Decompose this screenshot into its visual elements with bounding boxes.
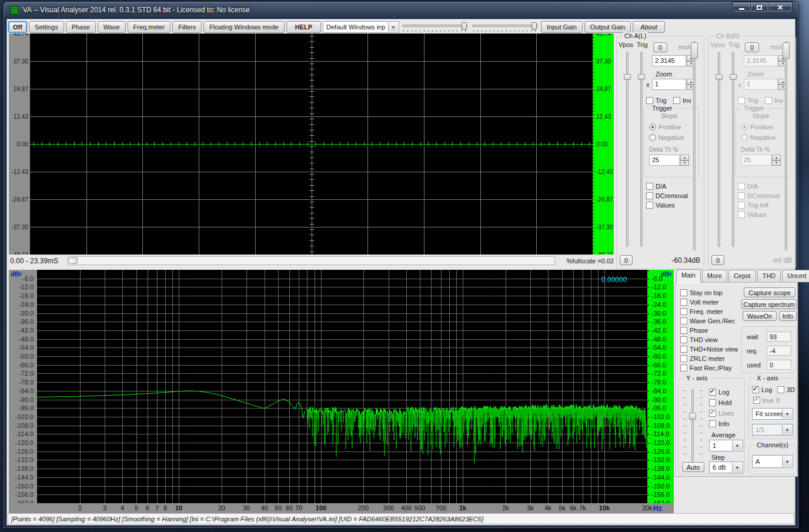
slider-thumb[interactable] [531, 22, 537, 30]
scope-scrollbar-thumb[interactable] [69, 257, 78, 264]
waveon-button[interactable]: WaveOn [743, 311, 777, 321]
truex-checkbox[interactable]: true X [753, 396, 780, 404]
slider-thumb[interactable] [462, 22, 467, 30]
tab-cepst[interactable]: Cepst [728, 270, 756, 282]
chb-inv-checkbox[interactable]: Inv [765, 96, 783, 105]
thd-noise-view-checkbox[interactable]: THD+Noise view [680, 345, 738, 353]
fast-rec-play-checkbox[interactable]: Fast Rec./Play [680, 364, 732, 372]
chb-delta-spinner[interactable]: 25 ▲▼ [741, 155, 781, 166]
phase-button[interactable]: Phase [66, 21, 96, 33]
phase-checkbox[interactable]: Phase [680, 326, 708, 334]
maximize-button[interactable] [750, 2, 768, 13]
spinner-down-icon[interactable]: ▼ [772, 160, 781, 166]
capture-scope-button[interactable]: Capture scope [744, 287, 795, 297]
chb-zoom-spinner[interactable]: 1 ▲▼ [744, 79, 787, 90]
yaxis-log-checkbox[interactable]: Log [709, 388, 729, 396]
fitscreen-select[interactable]: Fit screen [752, 408, 793, 420]
wait-field[interactable]: 93 [767, 332, 791, 342]
input-gain-slider[interactable] [401, 22, 469, 32]
help-button[interactable]: HELP [286, 21, 321, 33]
chb-trigleft-checkbox[interactable]: Trig left [738, 201, 768, 209]
chb-zero-button[interactable]: 0 [745, 42, 759, 52]
auto-button[interactable]: Auto [682, 462, 704, 472]
slider-thumb[interactable] [689, 413, 696, 420]
yaxis-hold-checkbox[interactable]: Hold [709, 399, 732, 407]
cha-vpos-slider[interactable] [624, 52, 631, 247]
spectrum-plot[interactable] [37, 270, 647, 503]
device-select[interactable]: Default Windows inp [323, 21, 399, 33]
cha-zoom-spinner[interactable]: 1 ▲▼ [652, 79, 696, 90]
channels-select[interactable]: A [752, 455, 793, 468]
wave-gen-rec-checkbox[interactable]: Wave Gen./Rec [680, 317, 735, 325]
spinner-value[interactable]: 25 [741, 155, 771, 166]
yaxis-scale-slider[interactable] [689, 389, 696, 462]
xaxis-3d-checkbox[interactable]: 3D [777, 386, 795, 394]
chb-slope-negative-radio[interactable]: Negative [741, 133, 775, 142]
spinner-down-icon[interactable]: ▼ [680, 160, 689, 166]
cha-inv-checkbox[interactable]: Inv [673, 96, 691, 105]
used-field[interactable]: 0 [767, 360, 791, 370]
cha-bottom-zero-button[interactable]: 0 [620, 255, 633, 265]
output-gain-slider[interactable] [471, 22, 539, 32]
cha-slope-positive-radio[interactable]: Positive [649, 123, 681, 131]
cha-da-checkbox[interactable]: D/A [646, 182, 666, 190]
spinner-updown[interactable]: ▲▼ [680, 155, 689, 166]
cha-zero-button[interactable]: 0 [653, 42, 667, 52]
tab-thd[interactable]: THD [757, 270, 781, 282]
tab-main[interactable]: Main [676, 269, 701, 283]
spinner-updown[interactable]: ▲▼ [772, 155, 781, 166]
input-gain-button[interactable]: Input Gain [541, 21, 583, 33]
chb-vpos-slider[interactable] [716, 52, 723, 247]
chb-msd-spinner[interactable]: 2.3145 ▲▼ [744, 55, 787, 66]
off-button[interactable]: Off [8, 21, 27, 33]
xaxis-log-checkbox[interactable]: Log [752, 386, 772, 394]
cha-trig-checkbox[interactable]: Trig [646, 96, 667, 105]
settings-button[interactable]: Settings [29, 21, 64, 33]
scope-scrollbar[interactable] [68, 256, 555, 265]
info-button[interactable]: Info [779, 311, 797, 321]
yaxis-lines-checkbox[interactable]: Lines [709, 409, 734, 417]
slider-thumb[interactable] [624, 74, 631, 80]
spinner-value[interactable]: 2.3145 [652, 55, 686, 66]
zrlc-meter-checkbox[interactable]: ZRLC meter [680, 354, 725, 363]
cha-delta-spinner[interactable]: 25 ▲▼ [649, 155, 689, 166]
scope-plot[interactable] [30, 34, 593, 255]
step-select[interactable]: 6 dB [709, 461, 743, 473]
cha-volume-slider[interactable] [691, 41, 698, 250]
yaxis-info-checkbox[interactable]: Info [709, 420, 729, 428]
volt-meter-checkbox[interactable]: Volt meter [680, 298, 719, 306]
filters-button[interactable]: Filters [172, 21, 202, 33]
stay-on-top-checkbox[interactable]: Stay on top [680, 289, 723, 297]
freqmeter-button[interactable]: Freq.meter [128, 21, 171, 33]
spinner-up-icon[interactable]: ▲ [772, 155, 781, 160]
freq-meter-checkbox[interactable]: Freq. meter [680, 307, 723, 316]
cha-slope-negative-radio[interactable]: Negative [649, 133, 684, 142]
spinner-value[interactable]: 2.3145 [744, 55, 778, 66]
capture-spectrum-button[interactable]: Capture spectrum [741, 299, 797, 309]
spinner-value[interactable]: 1 [652, 79, 686, 90]
chb-dcremoval-checkbox[interactable]: DCremoval [738, 192, 780, 200]
wave-button[interactable]: Wave [98, 21, 126, 33]
title-bar[interactable]: VA -- Visual Analyser 2014 rel. 0.3.1 ST… [4, 2, 798, 19]
slider-thumb[interactable] [691, 42, 698, 59]
about-button[interactable]: About [633, 21, 665, 33]
cha-values-checkbox[interactable]: Values [646, 201, 675, 209]
spinner-value[interactable]: 1 [744, 79, 778, 90]
spinner-value[interactable]: 25 [649, 155, 680, 166]
thd-view-checkbox[interactable]: THD view [680, 336, 718, 344]
slider-thumb[interactable] [638, 74, 645, 80]
req-field[interactable]: -4 [767, 346, 791, 356]
spinner-up-icon[interactable]: ▲ [680, 155, 689, 160]
output-gain-button[interactable]: Output Gain [584, 21, 631, 33]
tab-more[interactable]: More [702, 270, 727, 282]
chb-da-checkbox[interactable]: D/A [738, 182, 758, 190]
minimize-button[interactable] [733, 2, 750, 13]
ratio-select[interactable]: 1/1 [752, 424, 793, 436]
chb-values-checkbox[interactable]: Values [738, 210, 767, 219]
chb-volume-slider[interactable] [783, 41, 790, 250]
slider-thumb[interactable] [716, 74, 723, 80]
cha-dcremoval-checkbox[interactable]: DCremoval [646, 192, 688, 200]
chb-slope-positive-radio[interactable]: Positive [741, 123, 773, 131]
slider-thumb[interactable] [730, 74, 737, 80]
close-button[interactable]: ✕ [768, 2, 793, 13]
